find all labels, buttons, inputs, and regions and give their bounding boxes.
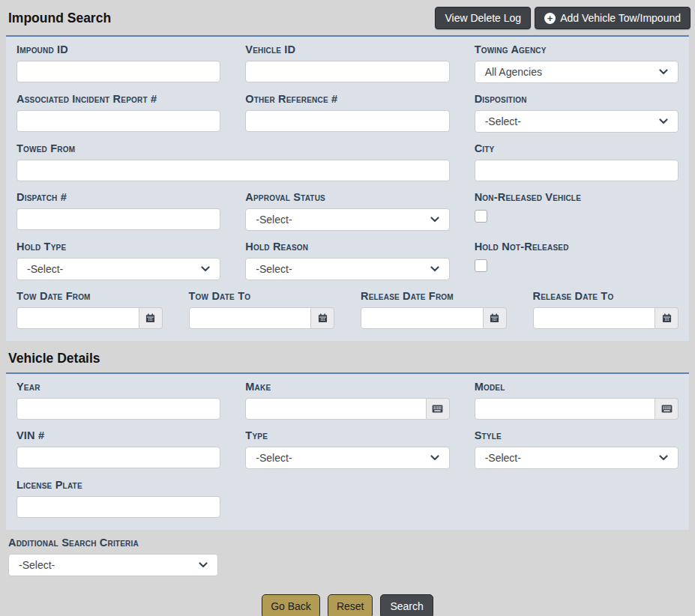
- chevron-down-icon: [430, 217, 439, 223]
- release-date-to-label: Release Date To: [533, 290, 679, 302]
- chevron-down-icon: [659, 455, 668, 461]
- city-label: City: [475, 142, 679, 154]
- top-bar: Impound Search View Delete Log + Add Veh…: [0, 0, 695, 35]
- disposition-select[interactable]: -Select-: [475, 110, 679, 133]
- vin-label: VIN #: [16, 429, 220, 441]
- additional-search-criteria-section: Additional Search Criteria -Select-: [0, 530, 695, 576]
- plus-circle-icon: +: [544, 13, 556, 24]
- impound-id-label: Impound ID: [16, 43, 220, 55]
- search-button[interactable]: Search: [380, 594, 433, 616]
- associated-incident-report-input[interactable]: [16, 110, 220, 132]
- hold-type-label: Hold Type: [16, 241, 220, 253]
- approval-status-label: Approval Status: [245, 191, 449, 203]
- license-plate-label: License Plate: [16, 479, 220, 491]
- additional-search-criteria-label: Additional Search Criteria: [8, 537, 695, 549]
- hold-reason-label: Hold Reason: [245, 241, 449, 253]
- action-buttons: Go Back Reset Search: [0, 594, 695, 616]
- hold-type-selected-value: -Select-: [27, 263, 63, 275]
- disposition-label: Disposition: [475, 93, 679, 105]
- hold-not-released-label: Hold Not-Released: [475, 241, 679, 253]
- model-input[interactable]: [475, 398, 655, 420]
- year-label: Year: [16, 381, 220, 393]
- style-selected-value: -Select-: [485, 452, 521, 464]
- chevron-down-icon: [201, 266, 210, 272]
- impound-search-panel: Impound ID Vehicle ID Towing Agency All …: [6, 35, 689, 341]
- type-select[interactable]: -Select-: [245, 447, 449, 469]
- make-label: Make: [245, 381, 449, 393]
- dispatch-input[interactable]: [16, 208, 220, 230]
- associated-incident-report-label: Associated Incident Report #: [16, 93, 220, 105]
- impound-id-input[interactable]: [16, 61, 220, 82]
- vehicle-id-label: Vehicle ID: [245, 43, 449, 55]
- view-delete-log-label: View Delete Log: [445, 12, 521, 24]
- towing-agency-selected-value: All Agencies: [485, 66, 542, 78]
- hold-reason-selected-value: -Select-: [256, 263, 292, 275]
- calendar-icon[interactable]: [484, 307, 507, 329]
- make-input[interactable]: [245, 398, 426, 420]
- non-released-vehicle-label: Non-Released Vehicle: [475, 191, 679, 203]
- year-input[interactable]: [16, 398, 220, 420]
- city-input[interactable]: [475, 160, 679, 181]
- calendar-icon[interactable]: [311, 307, 334, 329]
- vehicle-details-title: Vehicle Details: [8, 351, 691, 366]
- additional-search-criteria-select[interactable]: -Select-: [8, 554, 218, 576]
- calendar-icon[interactable]: [139, 307, 163, 329]
- keyboard-icon[interactable]: [427, 398, 450, 420]
- towed-from-label: Towed From: [16, 142, 450, 154]
- tow-date-to-label: Tow Date To: [189, 290, 335, 302]
- type-selected-value: -Select-: [256, 452, 292, 464]
- approval-status-selected-value: -Select-: [256, 214, 292, 226]
- vehicle-details-panel: Year Make Model VIN #: [6, 372, 689, 530]
- top-bar-buttons: View Delete Log + Add Vehicle Tow/Impoun…: [435, 7, 691, 29]
- release-date-to-input[interactable]: [533, 307, 656, 329]
- towed-from-input[interactable]: [16, 160, 450, 181]
- model-label: Model: [475, 381, 679, 393]
- chevron-down-icon: [430, 455, 439, 461]
- chevron-down-icon: [659, 118, 668, 124]
- vin-input[interactable]: [16, 447, 220, 468]
- other-reference-label: Other Reference #: [245, 93, 449, 105]
- reset-button[interactable]: Reset: [328, 594, 373, 616]
- non-released-vehicle-checkbox[interactable]: [475, 210, 487, 223]
- license-plate-input[interactable]: [16, 496, 220, 518]
- hold-type-select[interactable]: -Select-: [16, 258, 220, 280]
- towing-agency-label: Towing Agency: [475, 43, 679, 55]
- view-delete-log-button[interactable]: View Delete Log: [435, 7, 531, 29]
- tow-date-to-input[interactable]: [189, 307, 312, 329]
- tow-date-from-input[interactable]: [16, 307, 139, 329]
- tow-date-from-label: Tow Date From: [16, 290, 163, 302]
- disposition-selected-value: -Select-: [485, 115, 521, 127]
- page-title: Impound Search: [8, 10, 111, 26]
- keyboard-icon[interactable]: [655, 398, 679, 420]
- dispatch-label: Dispatch #: [16, 191, 220, 203]
- add-vehicle-label: Add Vehicle Tow/Impound: [560, 12, 681, 24]
- style-select[interactable]: -Select-: [475, 447, 679, 469]
- calendar-icon[interactable]: [655, 307, 679, 329]
- release-date-from-input[interactable]: [361, 307, 484, 329]
- hold-not-released-checkbox[interactable]: [475, 259, 487, 272]
- vehicle-details-header: Vehicle Details: [0, 341, 695, 372]
- vehicle-id-input[interactable]: [245, 61, 449, 82]
- approval-status-select[interactable]: -Select-: [245, 208, 449, 231]
- towing-agency-select[interactable]: All Agencies: [475, 61, 679, 83]
- chevron-down-icon: [430, 266, 439, 272]
- release-date-from-label: Release Date From: [361, 290, 507, 302]
- add-vehicle-tow-impound-button[interactable]: + Add Vehicle Tow/Impound: [535, 7, 691, 29]
- type-label: Type: [245, 429, 449, 441]
- chevron-down-icon: [659, 69, 668, 75]
- style-label: Style: [475, 429, 679, 441]
- additional-search-criteria-selected-value: -Select-: [19, 559, 55, 571]
- hold-reason-select[interactable]: -Select-: [245, 258, 449, 280]
- other-reference-input[interactable]: [245, 110, 449, 132]
- chevron-down-icon: [199, 562, 208, 568]
- go-back-button[interactable]: Go Back: [262, 594, 320, 616]
